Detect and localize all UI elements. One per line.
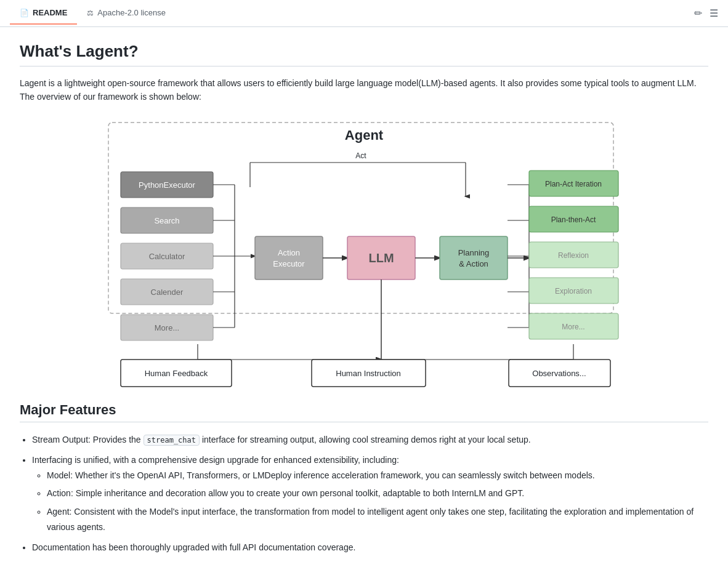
page-container: 📄 README ⚖ Apache-2.0 license ✏ ☰ What's… [0, 0, 728, 575]
svg-text:Act: Act [355, 151, 366, 160]
svg-text:Observations...: Observations... [532, 369, 586, 378]
feature-interfacing-text: Interfacing is unified, with a comprehen… [32, 455, 399, 465]
svg-text:Calculator: Calculator [149, 252, 185, 261]
feature-item-docs: Documentation has been thoroughly upgrad… [32, 540, 708, 555]
tab-readme[interactable]: 📄 README [10, 2, 77, 25]
svg-text:Planning: Planning [458, 248, 490, 257]
tab-bar: 📄 README ⚖ Apache-2.0 license ✏ ☰ [0, 0, 728, 27]
svg-text:LLM: LLM [368, 251, 394, 265]
svg-text:Agent: Agent [345, 127, 384, 143]
feature-stream-text-after: interface for streaming output, allowing… [200, 435, 531, 444]
license-icon: ⚖ [87, 9, 94, 17]
tab-bar-right: ✏ ☰ [694, 7, 718, 19]
page-description: Lagent is a lightweight open-source fram… [20, 76, 708, 104]
svg-text:Action: Action [278, 248, 300, 257]
features-title: Major Features [20, 402, 708, 422]
svg-text:Executor: Executor [273, 259, 305, 268]
sub-item-agent: Agent: Consistent with the Model's input… [47, 504, 708, 535]
main-content: What's Lagent? Lagent is a lightweight o… [0, 27, 728, 575]
readme-tab-label: README [33, 8, 67, 17]
feature-interfacing-sublist: Model: Whether it's the OpenAI API, Tran… [32, 468, 708, 535]
feature-stream-text-before: Stream Output: Provides the [32, 435, 144, 444]
tab-bar-left: 📄 README ⚖ Apache-2.0 license [10, 2, 176, 25]
svg-text:& Action: & Action [459, 259, 488, 268]
feature-stream-code: stream_chat [144, 435, 200, 446]
svg-rect-29 [440, 236, 508, 279]
feature-item-stream: Stream Output: Provides the stream_chat … [32, 432, 708, 448]
readme-icon: 📄 [20, 9, 29, 17]
diagram-svg: Agent Act [20, 116, 708, 387]
svg-text:Search: Search [154, 216, 179, 225]
svg-text:Human Instruction: Human Instruction [336, 369, 401, 378]
sub-item-model: Model: Whether it's the OpenAI API, Tran… [47, 468, 708, 483]
features-list: Stream Output: Provides the stream_chat … [20, 432, 708, 555]
svg-text:Exploration: Exploration [555, 287, 592, 296]
svg-text:Plan-then-Act: Plan-then-Act [551, 215, 596, 224]
license-tab-label: Apache-2.0 license [97, 8, 166, 17]
list-icon[interactable]: ☰ [710, 7, 718, 19]
tab-license[interactable]: ⚖ Apache-2.0 license [77, 2, 176, 25]
svg-text:Calender: Calender [151, 288, 184, 297]
feature-item-interfacing: Interfacing is unified, with a comprehen… [32, 452, 708, 535]
sub-item-action: Action: Simple inheritance and decoratio… [47, 486, 708, 501]
svg-text:Human Feedback: Human Feedback [145, 369, 208, 378]
svg-text:More...: More... [155, 323, 179, 332]
diagram-wrapper: Agent Act [20, 116, 708, 387]
svg-text:Reflexion: Reflexion [558, 251, 589, 260]
edit-icon[interactable]: ✏ [694, 7, 702, 19]
svg-text:Plan-Act Iteration: Plan-Act Iteration [545, 180, 602, 188]
svg-rect-22 [255, 236, 323, 279]
svg-text:More...: More... [562, 323, 584, 331]
svg-text:PythonExecutor: PythonExecutor [139, 180, 195, 190]
page-title: What's Lagent? [20, 42, 708, 66]
